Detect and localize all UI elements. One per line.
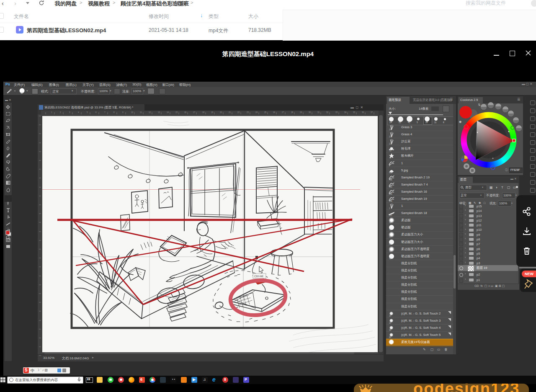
svg-text:19: 19 xyxy=(211,111,214,113)
svg-text:20: 20 xyxy=(220,111,222,113)
svg-text:33: 33 xyxy=(335,111,338,113)
svg-text:14: 14 xyxy=(167,111,169,113)
svg-text:31: 31 xyxy=(317,111,320,113)
svg-text:37: 37 xyxy=(371,111,373,113)
svg-text:17: 17 xyxy=(193,111,196,113)
svg-text:12: 12 xyxy=(149,111,151,113)
svg-text:23: 23 xyxy=(247,111,249,113)
svg-text:29: 29 xyxy=(300,111,302,113)
svg-text:...: ... xyxy=(7,226,9,229)
svg-text:26: 26 xyxy=(273,111,276,113)
svg-text:35: 35 xyxy=(353,111,356,113)
svg-text:Ctrl+Alt: Ctrl+Alt xyxy=(254,275,263,278)
svg-text:22: 22 xyxy=(237,111,240,113)
svg-text:32: 32 xyxy=(326,111,329,113)
svg-text:28: 28 xyxy=(291,111,294,113)
svg-text:18: 18 xyxy=(202,111,205,113)
svg-text:13: 13 xyxy=(158,111,160,113)
svg-text:10: 10 xyxy=(131,111,134,113)
svg-text:27: 27 xyxy=(282,111,284,113)
svg-text:21: 21 xyxy=(229,111,231,113)
svg-text:16: 16 xyxy=(184,111,187,113)
svg-text:15: 15 xyxy=(175,111,178,113)
svg-text:11: 11 xyxy=(140,111,142,113)
svg-text:36: 36 xyxy=(362,111,364,113)
svg-text:25: 25 xyxy=(264,111,267,113)
svg-text:30: 30 xyxy=(309,111,311,113)
svg-text:24: 24 xyxy=(255,111,258,113)
svg-text:34: 34 xyxy=(344,111,347,113)
